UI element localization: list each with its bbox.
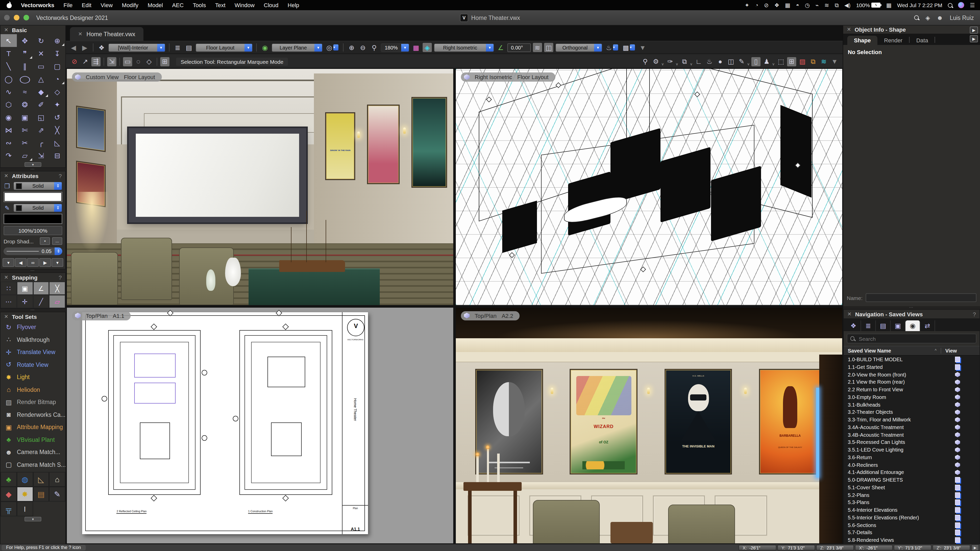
tab-data[interactable]: Data [910,36,935,45]
opacity-button[interactable]: 100%/100% [3,226,62,235]
status-bar-arrow-icon[interactable]: ▶ [971,545,979,551]
saved-view-row[interactable]: 5.6-Sections [844,521,980,529]
close-icon[interactable]: ✕ [847,27,851,32]
window-zoom-button[interactable] [24,15,29,21]
toolbar-more-icon[interactable]: ▼ [638,43,647,52]
structural-beam-icon[interactable]: I [17,502,33,516]
attr-menu-left-icon[interactable]: ▾ [3,258,14,267]
menu-app-name[interactable]: Vectorworks [16,2,59,8]
saved-view-row[interactable]: 3.1-Bulkheads [844,401,980,409]
magic-wand-tool-icon[interactable]: ✦ [49,98,65,111]
battery-indicator[interactable]: 100% ϟ [856,2,881,8]
help-icon[interactable]: ? [59,274,62,280]
saved-view-row[interactable]: 1.0-BUILD THE MODEL [844,356,980,364]
toolset-rotate-view[interactable]: ↺ Rotate View [0,359,65,371]
brush-icon[interactable]: ✑ [666,57,675,66]
lasso-marquee-icon[interactable]: ◌ [134,57,143,66]
visibility-tool-icon[interactable]: ◉ [0,111,17,124]
text-tool-icon[interactable]: T [0,47,17,60]
plane-eye-icon[interactable]: ◉ [260,43,269,52]
mep-pipe-icon[interactable]: ╦ [0,502,17,516]
menu-item[interactable]: AEC [167,2,188,8]
spotlight-icon[interactable] [948,3,953,7]
close-icon[interactable]: ✕ [4,275,8,280]
plane-rotation-field[interactable]: 0.00° [508,43,531,52]
polygon-marquee-icon[interactable]: ◇ [145,57,154,66]
offset-tool-icon[interactable]: ↷ [0,149,17,162]
volume-icon[interactable]: ◀) [844,2,850,8]
toolset-vbvisual-plant[interactable]: ♣ VBvisual Plant [0,433,65,446]
rotate-tool-icon[interactable]: ↺ [49,111,65,124]
palette-drag-handle[interactable]: ⋯ [0,168,66,171]
tool-sets-expander[interactable]: ▾ [0,516,65,522]
menu-item[interactable]: View [96,2,117,8]
selection-box-icon[interactable]: ⬚ [776,57,786,66]
active-plane-dropdown[interactable]: Layer Plane▾ [272,43,323,52]
shutdown-menu-icon[interactable]: ⊘ [764,2,768,8]
active-layer-dropdown[interactable]: Floor Layout▾ [196,43,253,52]
pen-color-swatch[interactable] [3,214,62,224]
saved-view-row[interactable]: 5.0-DRAWING SHEETS [844,476,980,484]
menu-item[interactable]: Window [230,2,259,8]
object-name-field[interactable] [865,294,977,302]
tab-shape[interactable]: Shape [847,36,877,45]
layer-options-icon[interactable]: ≋ [533,43,542,52]
four-pane-mode-icon[interactable]: ⊞ [787,57,796,66]
interactive-scaling-icon[interactable]: ⇲ [107,57,116,66]
reshape-tool-icon[interactable]: ◱ [33,111,49,124]
spiral-tool-icon[interactable]: ❂ [17,98,33,111]
single-point-move-icon[interactable]: ↗ [81,57,90,66]
clip-tool-icon[interactable]: ▣ [17,111,33,124]
help-icon[interactable]: ? [973,311,976,318]
layer-brush-icon[interactable]: ≋ [819,57,829,66]
rectangular-marquee-icon[interactable]: ▭ [123,57,132,66]
search-input[interactable] [858,335,973,342]
dims-notes-icon[interactable]: ✎ [49,487,65,502]
titlebar-search-icon[interactable] [914,15,919,20]
menu-item[interactable]: File [59,2,77,8]
forward-arrow-icon[interactable]: ▶ [80,43,89,52]
polygon-tool-icon[interactable]: ◆ [33,85,49,98]
stretch-tool-icon[interactable]: ⊟ [49,149,65,162]
gis-globe-icon[interactable]: ◍ [17,472,33,487]
compass-pen-icon[interactable]: ✎ [737,57,746,66]
siri-icon[interactable] [958,2,964,8]
dropbox-icon[interactable]: ❖ [774,2,780,8]
modebar-more-icon[interactable]: ▼ [830,57,839,66]
door-panel-icon[interactable]: ◫ [726,57,735,66]
chamfer-tool-icon[interactable]: ◺ [49,136,65,149]
snap-intersection-icon[interactable]: ╳ [49,282,65,295]
callout-tool-icon[interactable]: ❞ [17,47,33,60]
close-icon[interactable]: ✕ [847,311,852,317]
viewport-rendered-wall[interactable]: the WIZARD of OZ H.G. WELLS THE INVISIBL… [456,307,842,543]
close-icon[interactable]: ✕ [4,173,8,179]
window-pane-icon[interactable]: ▦ [411,43,421,52]
current-view-dropdown[interactable]: Right Isometric▾ [434,43,494,52]
toolset-light[interactable]: ✸ Light [0,371,65,383]
regular-polygon-tool-icon[interactable]: ⬡ [0,98,17,111]
nav-saved-views-icon[interactable]: ◉ [905,321,920,331]
unified-view-icon[interactable]: ◈ [423,43,432,52]
viewport-label[interactable]: Top/Plan A2.2 [461,311,520,320]
basic-palette-expander[interactable]: ▾ [0,162,65,167]
menu-item[interactable]: Modify [118,2,143,8]
saved-view-row[interactable]: 5.1-Cover Sheet [844,484,980,491]
pointer-app-icon[interactable]: ✦ [745,2,749,8]
palette-drag-handle[interactable]: ⋯ [843,306,980,310]
nav-references-icon[interactable]: ⇄ [920,321,935,331]
attr-link-icon[interactable]: ∞ [27,258,39,267]
stepper-icon[interactable]: ⇕ [54,204,62,212]
help-icon[interactable]: ? [59,173,62,179]
pane-options-icon[interactable]: ◫ [544,43,553,52]
dropdown-arrow-icon[interactable]: ▾ [245,44,252,51]
saved-views-search[interactable] [847,334,977,344]
user-avatar-icon[interactable]: ☻ [937,14,943,21]
sort-caret-icon[interactable]: ^ [935,349,937,353]
saved-view-row[interactable]: 3.3-Trim, Floor and Millwork [844,416,980,424]
shear-tool-icon[interactable]: ✄ [17,124,33,136]
dropdown-arrow-icon[interactable]: ▾ [594,44,602,51]
user-name[interactable]: Luis Ruiz [950,14,974,21]
snap-smart-edge-icon[interactable]: ╱ [33,295,49,308]
close-icon[interactable]: ✕ [4,27,8,33]
mouse-icon[interactable]: ◓ [796,2,799,8]
